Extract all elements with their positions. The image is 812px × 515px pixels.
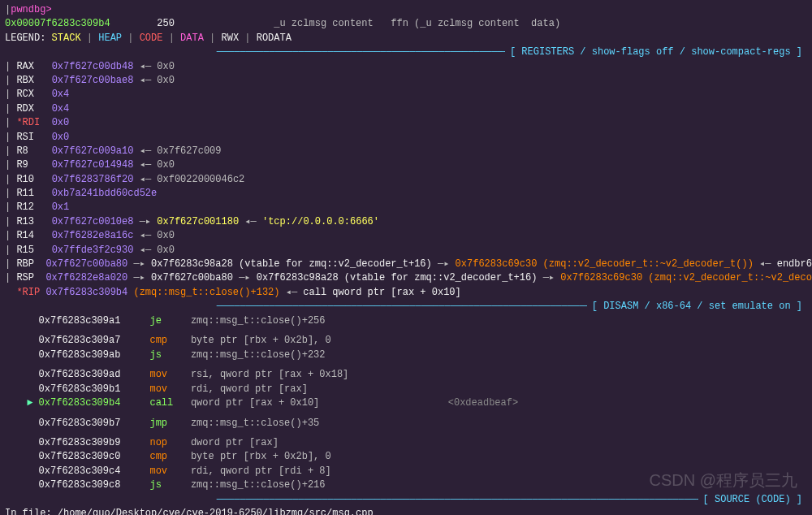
disasm-row: 0x7f6283c309c4 mov rdi, qword ptr [rdi +…	[5, 465, 807, 478]
registers-panel: | RAX 0x7f627c00db48 ◂— 0x0| RBX 0x7f627…	[5, 60, 807, 258]
context-line: 0x00007f6283c309b4 250 _u zclmsg content…	[5, 17, 807, 31]
reg-row: | R14 0x7f6282e8a16c ◂— 0x0	[5, 229, 807, 243]
disasm-row: 0x7f6283c309b9 nop dword ptr [rax]	[5, 436, 807, 450]
reg-rbp: | RBP 0x7f627c00ba80 —▸ 0x7f6283c98a28 (…	[5, 258, 807, 271]
disasm-row: 0x7f6283c309b7 jmp zmq::msg_t::close()+3…	[5, 417, 807, 431]
prompt-line[interactable]: |pwndbg>	[5, 3, 807, 17]
disasm-row: 0x7f6283c309a1 je zmq::msg_t::close()+25…	[5, 314, 807, 328]
reg-row: | RDX 0x4	[5, 102, 807, 116]
reg-row: | RAX 0x7f627c00db48 ◂— 0x0	[5, 60, 807, 74]
section-registers: [ REGISTERS / show-flags off / show-comp…	[5, 45, 807, 59]
reg-row: | *RDI 0x0	[5, 116, 807, 130]
reg-row: | R8 0x7f627c009a10 ◂— 0x7f627c009	[5, 145, 807, 158]
section-source: [ SOURCE (CODE) ]	[5, 493, 807, 507]
reg-rip: *RIP 0x7f6283c309b4 (zmq::msg_t::close()…	[5, 286, 807, 300]
reg-row: | R13 0x7f627c0010e8 —▸ 0x7f627c001180 ◂…	[5, 215, 807, 229]
prompt: pwndbg>	[11, 4, 51, 15]
disasm-row: 0x7f6283c309a7 cmp byte ptr [rbx + 0x2b]…	[5, 334, 807, 348]
disasm-panel: 0x7f6283c309a1 je zmq::msg_t::close()+25…	[5, 314, 807, 493]
reg-row: | R15 0x7ffde3f2c930 ◂— 0x0	[5, 244, 807, 258]
reg-row: | RSI 0x0	[5, 131, 807, 145]
disasm-row: 0x7f6283c309ad mov rsi, qword ptr [rax +…	[5, 368, 807, 382]
reg-row: | RBX 0x7f627c00bae8 ◂— 0x0	[5, 74, 807, 88]
disasm-row: 0x7f6283c309c8 js zmq::msg_t::close()+21…	[5, 478, 807, 492]
disasm-row: 0x7f6283c309b1 mov rdi, qword ptr [rax]	[5, 383, 807, 396]
reg-rsp: | RSP 0x7f6282e8a020 —▸ 0x7f627c00ba80 —…	[5, 271, 807, 285]
section-disasm: [ DISASM / x86-64 / set emulate on ]	[5, 300, 807, 314]
reg-row: | R11 0xb7a241bdd60cd52e	[5, 187, 807, 201]
reg-row: | R10 0x7f6283786f20 ◂— 0xf0022000046c2	[5, 173, 807, 187]
reg-row: | RCX 0x4	[5, 88, 807, 102]
reg-row: | R9 0x7f627c014948 ◂— 0x0	[5, 158, 807, 172]
disasm-row: ► 0x7f6283c309b4 call qword ptr [rax + 0…	[5, 396, 807, 410]
disasm-row: 0x7f6283c309ab js zmq::msg_t::close()+23…	[5, 348, 807, 362]
source-file: In file: /home/guo/Desktop/cve/cve-2019-…	[5, 507, 807, 515]
reg-row: | R12 0x1	[5, 201, 807, 214]
legend: LEGEND: STACK | HEAP | CODE | DATA | RWX…	[5, 32, 807, 45]
disasm-row: 0x7f6283c309c0 cmp byte ptr [rbx + 0x2b]…	[5, 450, 807, 464]
